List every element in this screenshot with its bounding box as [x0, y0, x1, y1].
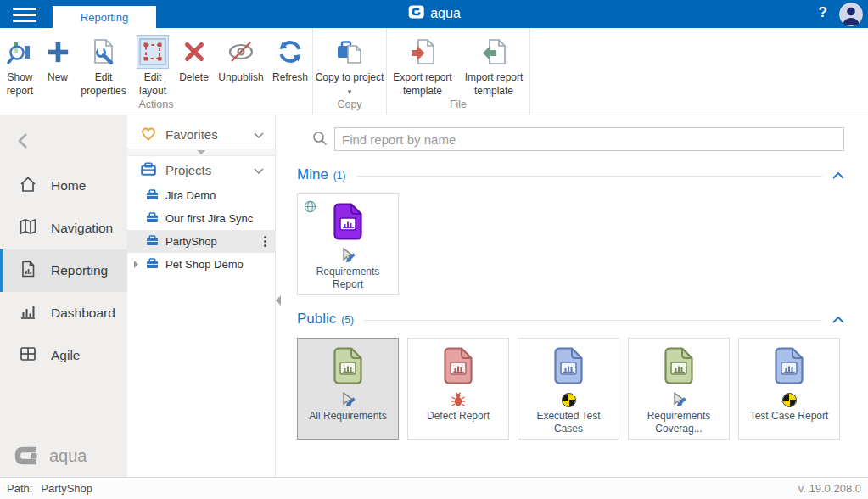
report-document-icon [444, 347, 473, 387]
sidebar-item-label: Reporting [51, 263, 108, 278]
export-report-template-button[interactable]: Export report template [387, 28, 458, 98]
requirement-edit-icon [339, 390, 356, 409]
search-row [297, 127, 844, 151]
app-logo-icon [407, 3, 424, 24]
tree-item-label: Pet Shop Demo [165, 258, 244, 271]
briefcase-icon [146, 235, 159, 249]
user-avatar[interactable] [839, 3, 863, 26]
panel-collapse-arrow-icon[interactable] [276, 295, 281, 306]
section-title: Mine [297, 166, 328, 183]
status-bar: Path: PartyShop v. 19.0.208.0 [0, 477, 868, 499]
left-sidebar: Home Navigation [0, 115, 127, 477]
splitter-triangle-icon [197, 150, 205, 154]
search-input[interactable] [334, 127, 844, 151]
report-card-label: Requirements Report [298, 266, 398, 291]
briefcase-icon [146, 212, 159, 226]
edit-properties-button[interactable]: Edit properties [76, 28, 132, 98]
version-label: v. 19.0.208.0 [798, 482, 861, 495]
delete-button[interactable]: Delete [174, 28, 214, 85]
globe-icon [304, 200, 316, 216]
sidebar-item-dashboard[interactable]: Dashboard [0, 292, 127, 334]
content-area: Home Navigation [0, 115, 868, 477]
panel-splitter[interactable] [127, 149, 275, 156]
ribbon-group-actions: Show report New [0, 28, 313, 115]
tree-panel: Favorites Projects [127, 115, 276, 477]
sidebar-item-label: Home [51, 178, 86, 193]
copy-to-project-icon [336, 35, 363, 69]
chevron-left-icon [17, 132, 29, 149]
aqua-footer-logo-text: aqua [49, 446, 87, 466]
delete-label: Delete [179, 71, 209, 85]
report-card-defect-report[interactable]: Defect Report [407, 338, 509, 440]
sidebar-item-label: Agile [51, 348, 80, 363]
unpublish-label: Unpublish [218, 71, 263, 85]
export-report-template-label: Export report template [387, 71, 458, 98]
report-card-requirements-coverage[interactable]: Requirements Coverag... [628, 338, 730, 440]
unpublish-eye-icon [227, 35, 255, 69]
new-label: New [48, 71, 68, 85]
sidebar-item-navigation[interactable]: Navigation [0, 207, 127, 250]
item-menu-kebab-icon[interactable] [264, 236, 266, 247]
chevron-down-icon [254, 163, 264, 177]
edit-layout-button[interactable]: Edit layout [132, 28, 174, 98]
public-cards: All Requirements [297, 338, 844, 440]
sidebar-item-label: Navigation [51, 221, 113, 236]
copy-to-project-button[interactable]: Copy to project ▾ [313, 28, 386, 98]
chevron-up-icon[interactable] [832, 313, 844, 326]
tree-item-our-first-jira-sync[interactable]: Our first Jira Sync [127, 207, 275, 230]
tree-item-pet-shop-demo[interactable]: Pet Shop Demo [127, 253, 275, 276]
requirement-edit-icon [339, 246, 356, 265]
expander-triangle-icon[interactable] [134, 258, 138, 271]
new-plus-icon [45, 35, 70, 69]
tab-reporting-label: Reporting [81, 11, 128, 24]
report-card-all-requirements[interactable]: All Requirements [297, 338, 399, 440]
import-report-template-label: Import report template [458, 71, 529, 98]
report-card-executed-test-cases[interactable]: Executed Test Cases [518, 338, 619, 440]
report-card-test-case-report[interactable]: Test Case Report [738, 338, 840, 440]
projects-header[interactable]: Projects [127, 156, 275, 184]
report-card-requirements-report[interactable]: Requirements Report [297, 193, 399, 295]
section-header-public: Public (5) [297, 311, 844, 328]
hamburger-menu-icon[interactable] [13, 8, 38, 25]
ribbon-group-copy: Copy to project ▾ Copy [313, 28, 387, 115]
tab-reporting[interactable]: Reporting [53, 6, 156, 28]
bar-chart-icon [19, 302, 37, 324]
sidebar-item-reporting[interactable]: Reporting [0, 250, 127, 292]
briefcase-icon [141, 162, 156, 178]
show-report-icon [7, 35, 34, 69]
test-quadrant-icon [563, 390, 575, 409]
unpublish-button[interactable]: Unpublish [214, 28, 268, 85]
ribbon-toolbar: Show report New [0, 28, 868, 115]
report-document-icon [554, 347, 583, 387]
edit-properties-label: Edit properties [76, 71, 132, 98]
section-title: Public [297, 311, 336, 328]
sidebar-item-agile[interactable]: Agile [0, 334, 127, 377]
sidebar-item-label: Dashboard [51, 306, 115, 321]
report-card-label: Requirements Coverag... [629, 410, 729, 435]
tree-item-partyshop[interactable]: PartyShop [127, 230, 275, 253]
app-window: Reporting aqua ? [0, 0, 868, 499]
import-report-icon [480, 35, 507, 69]
grid-icon [19, 345, 37, 367]
favorites-header[interactable]: Favorites [127, 121, 275, 149]
report-card-label: Defect Report [423, 410, 493, 423]
chevron-up-icon[interactable] [832, 169, 844, 182]
heart-icon [141, 126, 156, 143]
tree-item-jira-demo[interactable]: Jira Demo [127, 184, 275, 207]
report-document-icon [775, 347, 804, 387]
show-report-button[interactable]: Show report [0, 28, 40, 98]
briefcase-icon [146, 258, 159, 272]
edit-layout-label: Edit layout [132, 71, 174, 98]
refresh-button[interactable]: Refresh [268, 28, 312, 85]
new-button[interactable]: New [40, 28, 76, 85]
copy-to-project-label: Copy to project [316, 71, 384, 83]
help-button[interactable]: ? [819, 4, 827, 21]
chevron-down-icon [254, 127, 264, 142]
sidebar-item-home[interactable]: Home [0, 165, 127, 207]
show-report-label: Show report [0, 71, 40, 98]
ribbon-group-file: Export report template Import report tem… [387, 28, 530, 115]
sidebar-collapse-button[interactable] [0, 122, 127, 160]
section-count: (1) [333, 170, 346, 182]
import-report-template-button[interactable]: Import report template [458, 28, 529, 98]
edit-properties-icon [90, 35, 117, 69]
